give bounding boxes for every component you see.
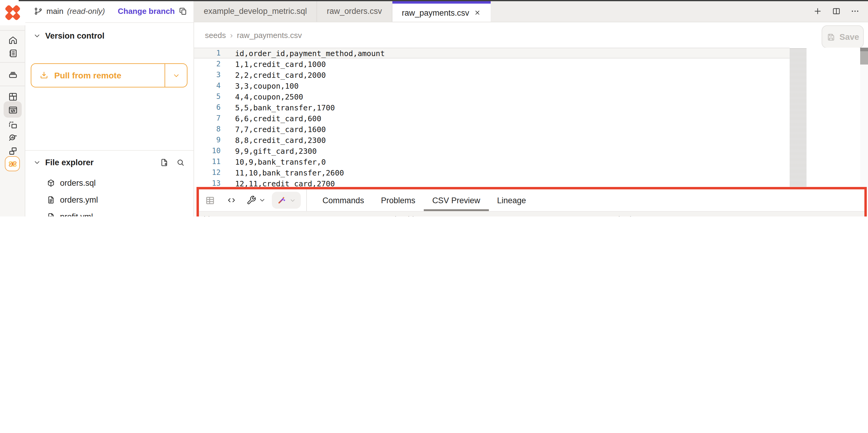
fusion-atom-icon <box>7 158 18 169</box>
close-icon[interactable] <box>474 9 481 16</box>
plus-icon[interactable] <box>813 6 822 16</box>
branch-name: main <box>46 7 63 16</box>
split-editor-icon[interactable] <box>832 6 841 16</box>
file-label: orders.sql <box>60 178 96 187</box>
dbt-logo-icon <box>5 5 21 21</box>
build-tools-icon[interactable] <box>247 195 256 205</box>
file-doc-icon <box>46 195 55 204</box>
activity-item-fusion[interactable] <box>5 156 20 171</box>
line-text: 4,4,coupon,2500 <box>235 92 303 101</box>
code-view-icon[interactable] <box>227 195 236 205</box>
dbt-logo[interactable] <box>0 0 25 25</box>
activity-item-jobs-tray[interactable] <box>0 67 25 81</box>
ai-assist-button[interactable] <box>272 192 301 209</box>
save-label: Save <box>839 32 859 41</box>
line-text: 9,9,gift_card,2300 <box>235 146 317 155</box>
line-number: 5 <box>194 92 221 101</box>
line-text: 11,10,bank_transfer,2600 <box>235 168 344 177</box>
file-item-profit-yml[interactable]: profit.yml <box>25 208 193 216</box>
search-icon[interactable] <box>176 158 185 167</box>
download-icon <box>39 70 49 80</box>
editor-line-5[interactable]: 54,4,coupon,2500 <box>194 91 789 102</box>
file-item-orders-sql[interactable]: orders.sql <box>25 174 193 191</box>
chevron-down-icon[interactable] <box>258 197 266 204</box>
toolbar-divider <box>306 190 307 211</box>
version-control-section: Version control Pull from remote <box>25 23 193 151</box>
editor-line-1[interactable]: 1id,order_id,payment_method,amount <box>194 48 789 58</box>
frame-select-icon <box>7 120 18 130</box>
activity-bar-separator <box>0 86 25 86</box>
line-text: 2,2,credit_card,2000 <box>235 70 326 79</box>
notebook-icon <box>7 48 18 58</box>
magic-wand-icon <box>277 195 286 205</box>
line-number: 13 <box>194 179 221 187</box>
editor-line-4[interactable]: 43,3,coupon,100 <box>194 80 789 91</box>
activity-item-develop-ide[interactable] <box>0 103 25 117</box>
tab-example-develop-metric-sql[interactable]: example_develop_metric.sql <box>194 0 317 22</box>
pull-from-remote-button[interactable]: Pull from remote <box>31 63 187 87</box>
activity-item-apps[interactable] <box>0 144 25 158</box>
line-number: 6 <box>194 103 221 112</box>
branch-row: main (read-only) Change branch <box>25 0 193 23</box>
editor-line-11[interactable]: 1110,9,bank_transfer,0 <box>194 156 789 167</box>
editor-line-2[interactable]: 21,1,credit_card,1000 <box>194 58 789 69</box>
window-top-edge <box>19 0 868 1</box>
new-file-icon[interactable] <box>160 158 169 167</box>
column-header-order_id: order_id <box>385 215 571 216</box>
editor-line-9[interactable]: 98,8,credit_card,2300 <box>194 135 789 145</box>
activity-item-canvas[interactable] <box>0 118 25 132</box>
editor-line-12[interactable]: 1211,10,bank_transfer,2600 <box>194 167 789 178</box>
pull-from-remote-main[interactable]: Pull from remote <box>31 64 165 87</box>
change-branch-link[interactable]: Change branch <box>118 7 175 16</box>
branch-state: (read-only) <box>67 7 105 16</box>
line-number: 7 <box>194 114 221 122</box>
file-explorer-title: File explorer <box>45 158 94 167</box>
pull-options-dropdown[interactable] <box>165 64 187 87</box>
editor-line-3[interactable]: 32,2,credit_card,2000 <box>194 69 789 80</box>
csv-preview-header-row: idorder_idpayment_methodamount <box>199 211 864 216</box>
file-tree: orders.sqlorders.ymlprofit.ymlrevenue.ym… <box>25 174 193 216</box>
dashboard-icon <box>7 91 18 102</box>
file-explorer-section: File explorer orders.sqlorders.ymlprofit… <box>25 151 193 216</box>
panel-tab-csv-preview[interactable]: CSV Preview <box>424 190 489 211</box>
code-editor[interactable]: 1id,order_id,payment_method,amount21,1,c… <box>194 48 868 187</box>
dbt-ide-window: main (read-only) Change branch Version c… <box>0 0 868 216</box>
panel-tab-lineage[interactable]: Lineage <box>489 190 534 211</box>
inbox-tray-icon <box>7 69 18 79</box>
editor-line-7[interactable]: 76,6,credit_card,600 <box>194 113 789 124</box>
activity-item-home[interactable] <box>0 33 25 47</box>
breadcrumb-file[interactable]: raw_payments.csv <box>237 30 302 39</box>
editor-scrollbar[interactable] <box>860 48 868 187</box>
scrollbar-thumb[interactable] <box>860 48 868 64</box>
activity-item-query-analysis[interactable] <box>0 130 25 145</box>
line-number: 3 <box>194 70 221 79</box>
editor-line-8[interactable]: 87,7,credit_card,1600 <box>194 124 789 135</box>
panel-tab-commands[interactable]: Commands <box>314 190 373 211</box>
table-view-icon[interactable] <box>205 195 215 205</box>
breadcrumb-seeds[interactable]: seeds <box>205 30 226 39</box>
activity-bar-separator <box>0 62 25 63</box>
tab-actions <box>813 0 860 22</box>
file-label: profit.yml <box>60 212 93 216</box>
ellipsis-icon[interactable] <box>850 6 860 16</box>
git-branch-icon <box>34 7 43 16</box>
editor-line-6[interactable]: 65,5,bank_transfer,1700 <box>194 102 789 113</box>
chevron-down-icon <box>289 197 296 204</box>
editor-line-10[interactable]: 109,9,gift_card,2300 <box>194 145 789 156</box>
activity-item-notebooks[interactable] <box>0 46 25 60</box>
copy-icon[interactable] <box>179 7 187 16</box>
panel-tab-problems[interactable]: Problems <box>373 190 424 211</box>
tab-raw-payments-csv[interactable]: raw_payments.csv <box>392 0 491 22</box>
chevron-down-icon <box>33 32 41 40</box>
tab-raw-orders-csv[interactable]: raw_orders.csv <box>317 0 392 22</box>
line-number: 11 <box>194 157 221 166</box>
file-item-orders-yml[interactable]: orders.yml <box>25 191 193 208</box>
minimap[interactable] <box>789 48 809 186</box>
tab-label: example_develop_metric.sql <box>204 6 307 16</box>
version-control-header[interactable]: Version control <box>25 23 193 47</box>
tab-label: raw_payments.csv <box>402 8 469 17</box>
file-explorer-header[interactable]: File explorer <box>25 151 193 170</box>
save-button[interactable]: Save <box>822 25 864 48</box>
file-doc-icon <box>46 212 55 216</box>
line-text: 7,7,credit_card,1600 <box>235 124 326 134</box>
